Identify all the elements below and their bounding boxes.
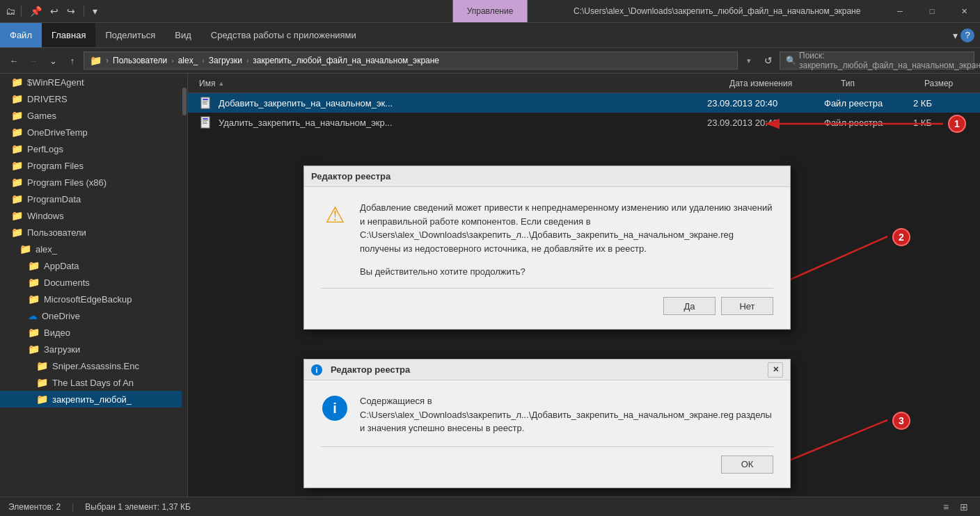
svg-rect-8 (203, 122, 207, 122)
annotation-3: 3 (892, 412, 910, 430)
svg-rect-9 (203, 123, 207, 124)
sidebar-item-drivers[interactable]: 📁 DRIVERS (0, 90, 187, 107)
path-seg-alex[interactable]: alex_ (178, 56, 198, 65)
annotation-1: 1 (948, 115, 966, 133)
ribbon-expand-icon[interactable]: ▾ (953, 30, 958, 41)
sidebar-item-users[interactable]: 📁 Пользователи (0, 224, 187, 241)
sidebar-item-lastdays[interactable]: 📁 The Last Days of An (0, 374, 187, 391)
back-btn[interactable]: ← (6, 52, 22, 69)
sidebar: 📁 $WinREAgent 📁 DRIVERS 📁 Games 📁 OneDri… (0, 74, 188, 497)
info-dialog-content: i Содержащиеся в C:\Users\alex_\Download… (304, 380, 790, 487)
no-btn[interactable]: Нет (721, 297, 773, 315)
customize-btn[interactable]: ▾ (90, 6, 100, 17)
title-bar-tab: Управление (453, 0, 528, 22)
warning-dialog-question: Вы действительно хотите продолжить? (360, 266, 773, 277)
sidebar-item-zakrepit[interactable]: 📁 закрепить_любой_ (0, 391, 187, 408)
ribbon-tab-home[interactable]: Главная (42, 23, 95, 47)
sidebar-item-appdata[interactable]: 📁 AppData (0, 257, 187, 274)
address-dropdown-btn[interactable]: ▾ (741, 52, 757, 69)
search-box[interactable]: 🔍 Поиск: закрепить_любой_файл_на_начальн… (780, 51, 974, 70)
address-bar: ← → ⌄ ↑ 📁 › Пользователи › alex_ › Загру… (0, 47, 980, 74)
tiles-view-btn[interactable]: ⊞ (956, 499, 972, 515)
col-header-type[interactable]: Тип (835, 74, 919, 92)
sidebar-item-programdata[interactable]: 📁 ProgramData (0, 191, 187, 207)
file-row-1[interactable]: Удалить_закрепить_на_начальном_экр... 23… (188, 113, 980, 132)
onedrive-icon: ☁ (28, 310, 38, 321)
sidebar-item-windows[interactable]: 📁 Windows (0, 207, 187, 224)
sidebar-item-msedgebackup[interactable]: 📁 MicrosoftEdgeBackup (0, 291, 187, 307)
items-count: Элементов: 2 (8, 502, 61, 512)
ribbon-more: ▾ ? (953, 29, 980, 42)
sidebar-item-programfiles[interactable]: 📁 Program Files (0, 157, 187, 174)
sidebar-item-winreagent[interactable]: 📁 $WinREAgent (0, 74, 187, 90)
folder-icon: 📁 (11, 110, 23, 121)
title-bar: 🗂 📌 ↩ ↪ ▾ Управление C:\Users\alex_\Down… (0, 0, 980, 22)
maximize-btn[interactable]: □ (916, 0, 948, 22)
sidebar-item-perflogs[interactable]: 📁 PerfLogs (0, 140, 187, 157)
folder-icon: 📁 (11, 193, 23, 204)
file-name-1: Удалить_закрепить_на_начальном_экр... (219, 118, 702, 128)
sidebar-item-downloads[interactable]: 📁 Загрузки (0, 341, 187, 357)
yes-btn[interactable]: Да (663, 297, 716, 315)
folder-icon: 📁 (11, 76, 23, 88)
sidebar-item-sniper[interactable]: 📁 Sniper.Assassins.Enc (0, 357, 187, 374)
file-row-0[interactable]: Добавить_закрепить_на_начальном_эк... 23… (188, 93, 980, 113)
folder-icon: 📁 (11, 127, 23, 138)
refresh-btn[interactable]: ↺ (760, 52, 777, 69)
folder-icon: 📁 (28, 260, 40, 271)
info-dialog-text: Содержащиеся в C:\Users\alex_\Downloads\… (360, 394, 773, 435)
recent-locations-btn[interactable]: ⌄ (45, 52, 61, 69)
minimize-btn[interactable]: ─ (884, 0, 916, 22)
warning-dialog-body: ⚠ Добавление сведений может привести к н… (321, 201, 773, 255)
selected-info: Выбран 1 элемент: 1,37 КБ (85, 502, 191, 512)
path-seg-downloads[interactable]: Загрузки (209, 56, 242, 65)
path-seg-users[interactable]: Пользователи (113, 56, 167, 65)
col-header-name[interactable]: Имя ▲ (193, 74, 724, 92)
sidebar-item-onedrive[interactable]: ☁ OneDrive (0, 307, 187, 324)
ribbon-tab-app-tools[interactable]: Средства работы с приложениями (201, 23, 366, 47)
sidebar-item-documents[interactable]: 📁 Documents (0, 274, 187, 291)
folder-icon: 📁 (11, 210, 23, 221)
quick-access-pin[interactable]: 📌 (27, 6, 45, 17)
file-date-0: 23.09.2013 20:40 (707, 98, 819, 108)
folder-icon: 📁 (11, 160, 23, 171)
sidebar-item-programfilesx86[interactable]: 📁 Program Files (x86) (0, 174, 187, 191)
ribbon-tab-share[interactable]: Поделиться (95, 23, 165, 47)
info-close-btn[interactable]: ✕ (768, 362, 783, 378)
ribbon-tab-view[interactable]: Вид (165, 23, 201, 47)
sidebar-item-alex[interactable]: 📁 alex_ (0, 241, 187, 257)
ribbon-help-icon[interactable]: ? (961, 29, 974, 42)
redo-btn[interactable]: ↪ (64, 6, 78, 17)
file-list-header: Имя ▲ Дата изменения Тип Размер (188, 74, 980, 93)
search-text: Поиск: закрепить_любой_файл_на_начальном… (799, 51, 980, 70)
scrollbar-thumb[interactable] (182, 88, 187, 115)
file-icon-reg (199, 96, 213, 110)
sort-arrow: ▲ (218, 80, 224, 87)
up-btn[interactable]: ↑ (64, 52, 81, 69)
col-header-date[interactable]: Дата изменения (724, 74, 835, 92)
file-date-1: 23.09.2013 20:41 (707, 118, 819, 128)
search-icon: 🔍 (786, 56, 796, 65)
scrollbar[interactable] (182, 74, 187, 497)
warning-dialog-content: ⚠ Добавление сведений может привести к н… (304, 187, 790, 329)
folder-icon: 📁 (36, 394, 48, 405)
forward-btn[interactable]: → (25, 52, 42, 69)
undo-btn[interactable]: ↩ (47, 6, 61, 17)
sidebar-item-games[interactable]: 📁 Games (0, 107, 187, 124)
details-view-btn[interactable]: ≡ (938, 499, 954, 515)
sidebar-item-video[interactable]: 📁 Видео (0, 324, 187, 341)
warning-dialog-title: Редактор реестра (311, 171, 390, 182)
separator2 (84, 6, 84, 17)
col-header-size[interactable]: Размер (919, 74, 974, 92)
address-path[interactable]: 📁 › Пользователи › alex_ › Загрузки › за… (84, 51, 738, 70)
ok-btn[interactable]: ОК (721, 455, 773, 474)
sidebar-item-onedrivetemp[interactable]: 📁 OneDriveTemp (0, 124, 187, 140)
status-bar: Элементов: 2 | Выбран 1 элемент: 1,37 КБ… (0, 497, 980, 516)
folder-icon: 📁 (28, 293, 40, 305)
title-bar-icons: 🗂 📌 ↩ ↪ ▾ (0, 0, 106, 22)
path-seg-folder[interactable]: закрепить_любой_файл_на_начальном_экране (253, 56, 439, 65)
folder-icon: 📁 (11, 93, 23, 104)
ribbon-tab-file[interactable]: Файл (0, 23, 42, 47)
file-name-0: Добавить_закрепить_на_начальном_эк... (219, 98, 702, 108)
close-btn[interactable]: ✕ (948, 0, 980, 22)
